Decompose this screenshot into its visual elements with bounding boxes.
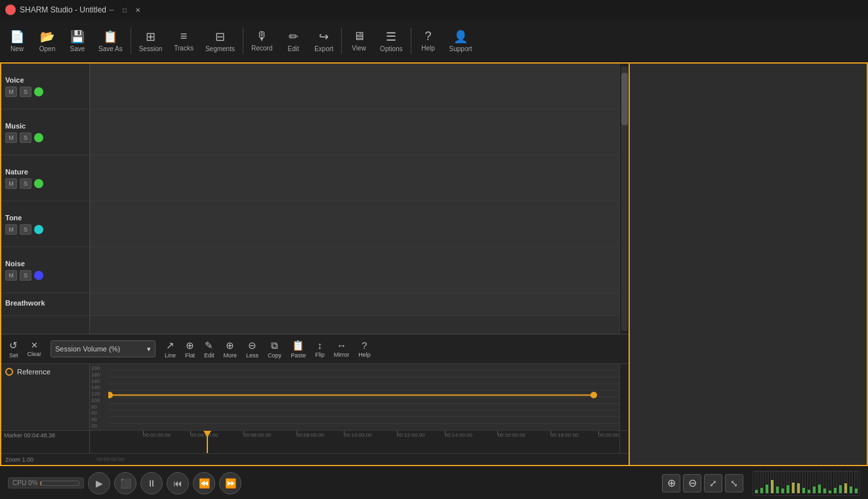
automation-graph[interactable]: 200 180 160 140 120 100 80 60 40 20 bbox=[90, 364, 619, 430]
zoom-out-button[interactable]: ⊖ bbox=[683, 474, 701, 492]
auto-edit-button[interactable]: ✎ Edit bbox=[200, 338, 218, 361]
timeline-tick: 00:16:00.00 bbox=[497, 431, 525, 438]
maximize-button[interactable]: □ bbox=[119, 5, 130, 15]
mute-noise[interactable]: M bbox=[5, 270, 17, 281]
toolbar-separator-1 bbox=[131, 28, 131, 54]
track-scrollbar[interactable] bbox=[619, 64, 629, 334]
less-button[interactable]: ⊖ Less bbox=[242, 338, 262, 361]
open-button[interactable]: 📂 Open bbox=[33, 27, 62, 55]
copy-button[interactable]: ⧉ Copy bbox=[264, 338, 285, 361]
support-button[interactable]: 👤 Support bbox=[444, 27, 478, 55]
segments-button[interactable]: ⊟ Segments bbox=[200, 27, 240, 55]
main-toolbar: 📄 New 📂 Open 💾 Save 📋 Save As ⊞ Session … bbox=[0, 20, 868, 62]
track-lane-noise bbox=[90, 247, 619, 293]
track-controls-noise: M S bbox=[5, 270, 85, 281]
timeline-tick: 00:10:00.00 bbox=[344, 431, 371, 438]
help-button[interactable]: ? Help bbox=[414, 27, 443, 54]
view-button[interactable]: 🖥 View bbox=[344, 27, 373, 54]
track-header-tone: Tone M S bbox=[1, 201, 89, 247]
solo-nature[interactable]: S bbox=[20, 178, 31, 189]
zoom-status-row: Zoom 1.00 00:00:00.00 bbox=[1, 453, 629, 465]
save-as-button[interactable]: 📋 Save As bbox=[93, 27, 128, 55]
auto-help-button[interactable]: ? Help bbox=[354, 338, 375, 360]
skip-fwd-button[interactable]: ⏩ bbox=[219, 472, 241, 494]
automation-dropdown[interactable]: Session Volume (%) ▾ bbox=[51, 340, 155, 357]
view-icon: 🖥 bbox=[353, 30, 365, 43]
track-panel: Voice M S Music M S Natu bbox=[0, 62, 630, 466]
vu-bar bbox=[817, 471, 821, 494]
export-button[interactable]: ↪ Export bbox=[309, 27, 339, 55]
auto-edit-icon: ✎ bbox=[205, 340, 213, 351]
copy-label: Copy bbox=[268, 352, 281, 359]
marker-display: Marker 00:04:48.38 bbox=[4, 432, 87, 439]
line-button[interactable]: ↗ Line bbox=[161, 338, 180, 361]
y-label-60: 60 bbox=[91, 410, 107, 416]
scrollbar-thumb[interactable] bbox=[621, 73, 628, 125]
session-icon: ⊞ bbox=[146, 30, 155, 44]
zoom-full-button[interactable]: ⤡ bbox=[725, 474, 743, 492]
more-button[interactable]: ⊕ More bbox=[220, 338, 241, 361]
dropdown-arrow: ▾ bbox=[147, 345, 151, 353]
flat-button[interactable]: ⊕ Flat bbox=[181, 338, 199, 361]
title-text: SHARM Studio - Untitled bbox=[20, 5, 106, 14]
play-button[interactable]: ▶ bbox=[88, 472, 110, 494]
track-controls-tone: M S bbox=[5, 224, 85, 235]
rewind-button[interactable]: ⏮ bbox=[167, 472, 189, 494]
timeline-tick: 00:12:00.00 bbox=[397, 431, 424, 438]
export-icon: ↪ bbox=[319, 30, 329, 44]
zoom-fit-button[interactable]: ⤢ bbox=[704, 474, 722, 492]
solo-music[interactable]: S bbox=[20, 132, 31, 143]
vu-bar bbox=[760, 471, 764, 494]
mute-tone[interactable]: M bbox=[5, 224, 17, 235]
mute-nature[interactable]: M bbox=[5, 178, 17, 189]
playhead[interactable] bbox=[207, 431, 208, 453]
clear-button[interactable]: ✕ Clear bbox=[24, 338, 46, 359]
mute-voice[interactable]: M bbox=[5, 87, 17, 97]
set-button[interactable]: ↺ Set bbox=[5, 338, 22, 361]
tracks-button[interactable]: ≡ Tracks bbox=[169, 27, 199, 54]
paste-label: Paste bbox=[291, 352, 306, 359]
minimize-button[interactable]: ─ bbox=[106, 5, 117, 15]
options-button[interactable]: ☰ Options bbox=[375, 27, 407, 55]
solo-noise[interactable]: S bbox=[20, 270, 31, 281]
skip-back-button[interactable]: ⏪ bbox=[193, 472, 215, 494]
solo-voice[interactable]: S bbox=[20, 87, 31, 97]
toolbar-separator-4 bbox=[411, 28, 411, 54]
track-header-nature: Nature M S bbox=[1, 155, 89, 201]
new-button[interactable]: 📄 New bbox=[3, 27, 31, 55]
mirror-label: Mirror bbox=[334, 351, 350, 358]
track-controls-nature: M S bbox=[5, 178, 85, 189]
less-label: Less bbox=[246, 352, 258, 359]
mirror-icon: ↔ bbox=[337, 340, 346, 351]
mute-music[interactable]: M bbox=[5, 132, 17, 143]
track-name-voice: Voice bbox=[5, 76, 85, 84]
track-content-area[interactable] bbox=[90, 64, 619, 334]
zoom-in-button[interactable]: ⊕ bbox=[662, 474, 680, 492]
stop-button[interactable]: ⬛ bbox=[114, 472, 136, 494]
solo-tone[interactable]: S bbox=[20, 224, 31, 235]
status-tone bbox=[34, 225, 43, 234]
record-button[interactable]: 🎙 Record bbox=[246, 27, 278, 54]
vu-bar bbox=[807, 471, 811, 494]
toolbar-separator-3 bbox=[341, 28, 342, 54]
scrollbar-track[interactable] bbox=[621, 66, 628, 331]
mirror-button[interactable]: ↔ Mirror bbox=[330, 338, 354, 360]
paste-button[interactable]: 📋 Paste bbox=[287, 338, 310, 361]
timeline-scrollbar[interactable] bbox=[619, 431, 629, 453]
flip-button[interactable]: ↕ Flip bbox=[311, 338, 329, 360]
session-button[interactable]: ⊞ Session bbox=[134, 27, 168, 55]
close-button[interactable]: ✕ bbox=[133, 5, 143, 15]
timeline-ticks-area[interactable]: 00:02:00.0000:04:00.0000:06:00.0000:08:0… bbox=[90, 431, 619, 453]
y-label-120: 120 bbox=[91, 391, 107, 397]
auto-scrollbar[interactable] bbox=[619, 364, 629, 430]
automation-panel: ↺ Set ✕ Clear Session Volume (%) ▾ ↗ Lin… bbox=[1, 334, 629, 465]
options-label: Options bbox=[380, 45, 402, 52]
pause-button[interactable]: ⏸ bbox=[140, 472, 163, 494]
save-button[interactable]: 💾 Save bbox=[63, 27, 92, 55]
track-controls-music: M S bbox=[5, 132, 85, 143]
copy-icon: ⧉ bbox=[271, 340, 278, 351]
vu-bar bbox=[812, 471, 816, 494]
save-label: Save bbox=[70, 45, 85, 52]
edit-button[interactable]: ✏ Edit bbox=[279, 27, 308, 55]
timeline-row: Marker 00:04:48.38 00:02:00.0000:04:00.0… bbox=[1, 430, 629, 453]
